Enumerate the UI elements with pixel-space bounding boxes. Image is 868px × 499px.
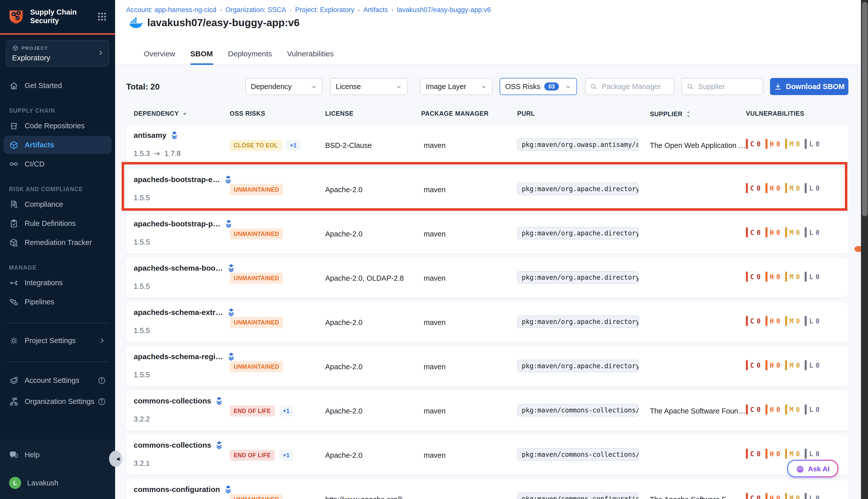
severity-h-count: H0	[766, 316, 780, 326]
breadcrumb-link[interactable]: Account: app-harness-ng-cicd	[126, 6, 216, 14]
sidebar: Supply Chain Security PROJECT Explorator…	[0, 0, 115, 499]
download-sbom-button[interactable]: Download SBOM	[770, 78, 848, 95]
license-cell: Apache-2.0	[325, 451, 362, 459]
sidebar-item-compliance[interactable]: Compliance	[3, 195, 112, 213]
table-row[interactable]: antisamy1.5.31.7.8CLOSE TO EOL+1BSD-2-Cl…	[126, 125, 848, 165]
severity-value: 0	[757, 184, 761, 192]
breadcrumb-link[interactable]: Artifacts	[363, 6, 388, 14]
module-grid-icon[interactable]	[96, 11, 108, 23]
severity-letter: L	[809, 184, 813, 192]
more-risks-badge[interactable]: +1	[279, 405, 294, 416]
layers-blue-icon	[215, 441, 223, 449]
severity-letter: L	[809, 362, 813, 369]
severity-bar-icon	[785, 449, 787, 459]
severity-value: 0	[757, 450, 761, 458]
sidebar-item-label: Project Settings	[25, 337, 76, 344]
more-risks-badge[interactable]: +1	[279, 450, 294, 461]
table-row[interactable]: apacheds-bootstrap-p…1.5.5UNMAINTAINEDAp…	[126, 214, 848, 254]
info-icon	[97, 397, 106, 406]
scrollbar-thumb[interactable]	[862, 2, 867, 216]
breadcrumb-separator: ›	[358, 6, 360, 13]
sidebar-item-rule-definitions[interactable]: Rule Definitions	[3, 214, 112, 232]
table-row[interactable]: commons-collections3.2.1END OF LIFE+1Apa…	[126, 435, 848, 475]
severity-letter: M	[790, 273, 794, 280]
sidebar-item-remediation-tracker[interactable]: Remediation Tracker	[3, 233, 112, 252]
filter-dropdown-image-layer[interactable]: Image Layer	[420, 78, 493, 95]
search-supplier	[681, 78, 763, 95]
breadcrumb-link[interactable]: Organization: SSCA	[225, 6, 286, 14]
sidebar-item-get-started[interactable]: Get Started	[3, 76, 112, 95]
table-row[interactable]: commons-configurationUNMAINTAINEDhttp://…	[126, 479, 848, 499]
purl-chip: pkg:maven/commons-collections/co…	[517, 404, 639, 416]
severity-bar-icon	[766, 316, 767, 326]
purl-chip: pkg:maven/commons-configuration/…	[517, 492, 639, 499]
avatar: L	[9, 477, 21, 489]
severity-value: 0	[757, 494, 761, 499]
breadcrumb-link[interactable]: Project: Exploratory	[295, 6, 354, 14]
sidebar-item-user[interactable]: L Lavakush	[3, 474, 112, 492]
sidebar-item-integrations[interactable]: Integrations	[3, 273, 112, 292]
sidebar-item-artifacts[interactable]: Artifacts	[3, 136, 112, 154]
table-row[interactable]: apacheds-schema-extr…1.5.5UNMAINTAINEDAp…	[126, 302, 848, 342]
tab-vulnerabilities[interactable]: Vulnerabilities	[287, 44, 334, 65]
sidebar-item-help[interactable]: ? Help	[3, 446, 112, 464]
search-icon	[590, 83, 597, 90]
filter-count-badge: 03	[544, 83, 559, 90]
severity-value: 0	[796, 406, 800, 413]
version-current: 1.5.3	[134, 149, 150, 157]
layers-blue-icon	[227, 352, 235, 361]
severity-c-count: C0	[746, 272, 760, 282]
vulnerabilities-cell: C0H0M0L0	[746, 227, 819, 238]
breadcrumb-link[interactable]: lavakush07/easy-buggy-app:v6	[397, 6, 491, 14]
severity-bar-icon	[746, 404, 747, 414]
tab-deployments[interactable]: Deployments	[228, 44, 272, 65]
version-current: 1.5.5	[134, 282, 150, 290]
sidebar-item-organization-settings[interactable]: Organization Settings	[3, 392, 112, 411]
severity-letter: L	[809, 229, 813, 236]
page-title: lavakush07/easy-buggy-app:v6	[147, 16, 300, 29]
sidebar-item-account-settings[interactable]: Account Settings	[3, 371, 112, 389]
table-row[interactable]: apacheds-schema-regi…1.5.5UNMAINTAINEDAp…	[126, 346, 848, 386]
severity-m-count: M0	[785, 404, 800, 414]
breadcrumb-separator: ›	[289, 6, 291, 13]
column-header-license: LICENSE	[325, 110, 354, 117]
version-current: 1.5.5	[134, 194, 150, 202]
sidebar-item-code-repositories[interactable]: Code Repositories	[3, 117, 112, 135]
dependency-name-cell: apacheds-bootstrap-p…	[134, 219, 232, 228]
sidebar-collapse-handle[interactable]: ◀	[109, 451, 122, 467]
table-row[interactable]: commons-collections3.2.2END OF LIFE+1Apa…	[126, 391, 848, 430]
severity-value: 0	[757, 406, 761, 413]
download-icon	[774, 83, 782, 90]
breadcrumb-separator: ›	[220, 6, 222, 13]
filter-dropdown-license[interactable]: License	[330, 78, 407, 95]
search-input[interactable]	[697, 82, 758, 91]
column-header-label: VULNERABILITIES	[746, 110, 804, 117]
severity-bar-icon	[805, 316, 807, 326]
severity-value: 0	[796, 273, 800, 280]
project-selector[interactable]: PROJECT Exploratory	[6, 40, 109, 66]
search-input[interactable]	[601, 82, 669, 91]
tab-sbom[interactable]: SBOM	[190, 44, 213, 65]
severity-letter: C	[750, 140, 754, 148]
severity-bar-icon	[805, 227, 807, 238]
column-header-dependency[interactable]: DEPENDENCY	[134, 110, 188, 117]
sidebar-item-cicd[interactable]: CI/CD	[3, 155, 112, 173]
oss-risk-badge: UNMAINTAINED	[230, 494, 283, 499]
filter-dropdown-oss-risks[interactable]: OSS Risks03	[500, 78, 577, 95]
dependency-name-cell: apacheds-schema-extr…	[134, 308, 235, 316]
severity-l-count: L0	[805, 404, 819, 414]
severity-value: 0	[816, 317, 820, 325]
ask-ai-button[interactable]: Ask AI	[787, 460, 838, 477]
tab-overview[interactable]: Overview	[144, 44, 175, 65]
severity-letter: H	[770, 229, 774, 236]
purl-chip: pkg:maven/commons-collections/co…	[517, 448, 639, 461]
more-risks-badge[interactable]: +1	[286, 140, 301, 151]
severity-bar-icon	[785, 227, 787, 238]
sidebar-item-project-settings[interactable]: Project Settings	[3, 331, 112, 350]
table-row[interactable]: apacheds-bootstrap-e…1.5.5UNMAINTAINEDAp…	[126, 170, 848, 209]
column-header-supplier[interactable]: SUPPLIER	[650, 110, 691, 118]
filter-dropdown-dependency[interactable]: Dependency	[245, 78, 323, 95]
table-row[interactable]: apacheds-schema-boo…1.5.5UNMAINTAINEDApa…	[126, 258, 848, 298]
severity-m-count: M0	[785, 139, 800, 149]
sidebar-item-pipelines[interactable]: Pipelines	[3, 293, 112, 311]
